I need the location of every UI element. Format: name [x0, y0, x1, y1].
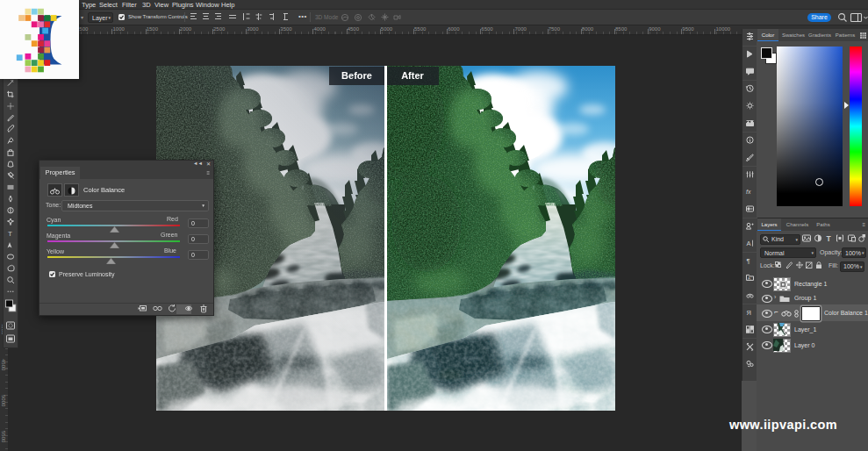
svg-text:T: T: [8, 230, 12, 238]
svg-text:Я: Я: [747, 309, 751, 317]
svg-text:T: T: [827, 234, 832, 243]
svg-text:¶: ¶: [747, 257, 750, 265]
svg-text:A: A: [747, 240, 751, 247]
svg-text:A: A: [748, 276, 750, 281]
svg-text:fx: fx: [746, 189, 751, 195]
